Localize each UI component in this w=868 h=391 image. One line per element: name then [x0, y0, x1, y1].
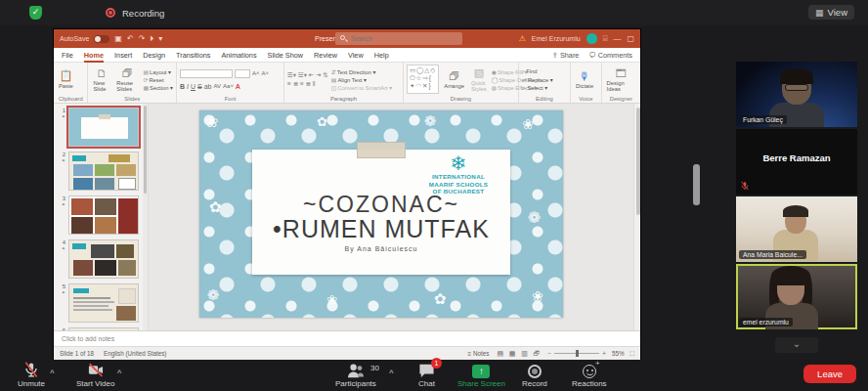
video-tile-berre[interactable]: Berre Ramazan [736, 129, 857, 195]
zoom-percent[interactable]: 55% [612, 350, 625, 357]
slideshow-icon[interactable]: 🗗 [534, 350, 541, 357]
audio-options-caret[interactable]: ˄ [50, 368, 55, 376]
security-shield-icon[interactable]: ✓ [29, 6, 42, 20]
reading-view-icon[interactable]: ▥ [521, 350, 528, 357]
fit-slide-icon[interactable]: ⛶ [630, 350, 634, 358]
participants-caret[interactable]: ˄ [389, 368, 394, 376]
participants-button[interactable]: 30 ˄ Participants [335, 362, 376, 388]
slide-thumbnail-3[interactable] [68, 196, 139, 235]
collapse-videos-button[interactable]: ⌄ [775, 337, 818, 353]
tab-home[interactable]: Home [84, 51, 104, 60]
ppt-search-input[interactable] [335, 32, 462, 45]
tab-insert[interactable]: Insert [114, 51, 132, 60]
slide-thumbnail-panel: 1✦ 2✦ 3✦ [54, 104, 149, 330]
tab-slide-show[interactable]: Slide Show [268, 51, 304, 60]
strikethrough-button[interactable]: S [197, 83, 202, 90]
start-video-button[interactable]: ˄ Start Video [76, 362, 114, 388]
bold-button[interactable]: B [180, 83, 185, 90]
slide-title-card[interactable]: ❄ INTERNATIONAL MAARIF SCHOOLS OF BUCHAR… [252, 150, 510, 275]
align-text-button[interactable]: ▤Align Text ▾ [331, 76, 392, 83]
autosave-toggle[interactable] [94, 35, 109, 43]
font-size-box[interactable] [235, 69, 250, 78]
undo-icon[interactable]: ↶ [127, 34, 134, 43]
text-shadow-button[interactable]: ab [204, 83, 212, 90]
arrange-button[interactable]: 🗇 Arrange [442, 65, 466, 94]
ribbon-display-options-icon[interactable]: ⌸ [603, 34, 608, 44]
tab-animations[interactable]: Animations [221, 51, 256, 60]
tab-file[interactable]: File [62, 51, 73, 60]
thumbnail-scrollbar[interactable] [143, 104, 148, 330]
shape-effects-icon: ◍ [492, 85, 497, 91]
slide-sorter-icon[interactable]: ▦ [509, 350, 516, 357]
convert-smartart-button[interactable]: ◫Convert to SmartArt ▾ [331, 84, 392, 91]
quick-access-dropdown-icon[interactable]: ▾ [158, 34, 162, 43]
comments-button[interactable]: 🗩 Comments [588, 51, 632, 60]
video-options-caret[interactable]: ˄ [117, 368, 122, 376]
design-ideas-button[interactable]: 🗔 Design Ideas [605, 65, 637, 94]
italic-button[interactable]: I [187, 83, 189, 90]
find-icon: ⌕ [522, 68, 525, 74]
slide-thumbnail-1[interactable] [68, 108, 139, 147]
underline-button[interactable]: U [191, 83, 195, 90]
change-case-icon[interactable]: Aa˅ [223, 83, 234, 89]
grow-font-icon[interactable]: A˄ [252, 70, 260, 76]
shapes-gallery[interactable]: ▭◯△◇⬠☆⇨{✦◠✕} [407, 65, 439, 94]
tab-design[interactable]: Design [143, 51, 165, 60]
font-name-box[interactable] [180, 69, 233, 78]
panel-scrollbar[interactable] [693, 164, 700, 205]
shrink-font-icon[interactable]: A˅ [261, 70, 269, 76]
language-indicator[interactable]: English (United States) [104, 350, 166, 357]
reactions-button[interactable]: + Reactions [572, 362, 607, 388]
notes-toggle[interactable]: ≡ Notes [468, 350, 490, 357]
tab-help[interactable]: Help [374, 51, 389, 60]
font-color-icon[interactable]: A [236, 83, 240, 90]
slide-thumbnail-4[interactable] [68, 239, 139, 279]
restore-window-icon[interactable]: ▢ [627, 34, 634, 43]
tab-view[interactable]: View [348, 51, 364, 60]
ppt-user-avatar[interactable] [586, 33, 597, 44]
redo-icon[interactable]: ↷ [139, 34, 146, 43]
slide-scrollbar[interactable] [633, 104, 640, 330]
start-presentation-icon[interactable]: ⏵ [150, 34, 153, 44]
slide-thumbnail-6[interactable] [68, 327, 139, 330]
reset-button[interactable]: ⟳Reset [143, 76, 173, 83]
paste-button[interactable]: 📋 Paste [57, 65, 75, 94]
chat-button[interactable]: 1 Chat [418, 362, 435, 388]
view-button[interactable]: ▦View [808, 5, 854, 20]
video-tile-ana[interactable]: Ana Maria Baicule... [736, 196, 857, 262]
list-and-indent-icons[interactable]: ☰▾ ☱▾ ⇤ ⇥ ⇅ [287, 71, 328, 79]
section-button[interactable]: ▦Section ▾ [143, 84, 173, 91]
video-tile-emel-active-speaker[interactable]: emel erzurumlu [736, 264, 857, 329]
notes-pane[interactable]: Click to add notes [54, 330, 640, 346]
unmute-button[interactable]: ˄ Unmute [18, 362, 45, 388]
zoom-slider[interactable]: −+ [548, 350, 606, 357]
slide-thumbnail-5[interactable] [68, 283, 139, 323]
new-slide-button[interactable]: 🗋 New Slide [91, 65, 111, 94]
share-screen-button[interactable]: ↑ Share Screen [457, 362, 505, 388]
alignment-icons[interactable]: ≡ ≣ ≡ ≣ ⫴ [287, 80, 328, 88]
slide-thumbnail-2[interactable] [68, 152, 139, 191]
search-icon [340, 35, 345, 40]
layout-button[interactable]: ▤Layout ▾ [143, 68, 173, 75]
dictate-button[interactable]: 🎙 Dictate [574, 65, 595, 94]
replace-button[interactable]: ⇄Replace ▾ [522, 76, 553, 83]
video-tile-furkan[interactable]: Furkan Güleç [736, 62, 857, 127]
recording-icon[interactable] [106, 8, 115, 18]
reuse-slides-button[interactable]: 🗇 Reuse Slides [114, 65, 140, 94]
tab-review[interactable]: Review [314, 51, 337, 60]
share-button[interactable]: ⇪ Share [552, 51, 580, 60]
minimize-icon[interactable]: — [613, 34, 621, 43]
character-spacing-icon[interactable]: AV [213, 83, 221, 89]
tab-transitions[interactable]: Transitions [176, 51, 210, 60]
warning-icon[interactable]: ⚠ [519, 34, 526, 43]
normal-view-icon[interactable]: ▤ [497, 350, 503, 357]
ribbon-group-editing: ⌕Find ⇄Replace ▾ ▻Select ▾ Editing [519, 63, 571, 103]
select-button[interactable]: ▻Select ▾ [522, 84, 553, 91]
find-button[interactable]: ⌕Find [522, 68, 553, 75]
record-button[interactable]: Record [522, 362, 547, 388]
current-slide[interactable]: ❀ ✿ ❁ ❀ ✿ ❁ ❁ ❀ ✿ ❀ ❄ INTERNATIONAL MAAR… [199, 110, 563, 318]
text-direction-button[interactable]: ⇵Text Direction ▾ [331, 68, 392, 75]
quick-styles-button[interactable]: ▧ Quick Styles [469, 65, 489, 94]
leave-button[interactable]: Leave [803, 365, 856, 383]
save-icon[interactable]: ▣ [114, 34, 122, 43]
